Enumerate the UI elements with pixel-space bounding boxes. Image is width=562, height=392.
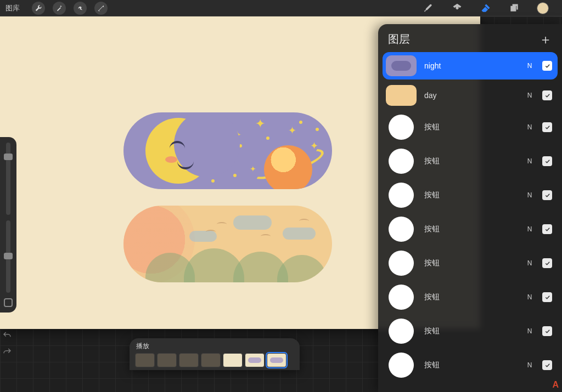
layer-row[interactable]: nightN — [383, 52, 558, 79]
color-picker[interactable] — [537, 2, 549, 14]
undo-redo-group — [2, 331, 12, 359]
modify-button[interactable] — [4, 298, 13, 307]
moon-shape — [145, 118, 211, 184]
layer-visibility-checkbox[interactable] — [542, 61, 552, 71]
cloud-shape — [233, 215, 272, 230]
layer-blend-mode[interactable]: N — [525, 62, 535, 70]
frame-thumb[interactable] — [179, 353, 199, 367]
layers-panel: 图层 ＋ nightNdayN按钮N按钮N按钮N按钮N按钮N按钮N按钮N按钮N — [378, 24, 562, 392]
frame-thumb-active[interactable] — [267, 353, 286, 367]
layers-header: 图层 ＋ — [378, 24, 562, 52]
layer-name[interactable]: 按钮 — [424, 224, 517, 234]
brush-size-slider[interactable] — [6, 143, 10, 215]
layer-thumbnail[interactable] — [389, 251, 414, 276]
gallery-button[interactable]: 图库 — [5, 3, 20, 13]
layer-name[interactable]: 按钮 — [424, 258, 517, 268]
layer-visibility-checkbox[interactable] — [542, 360, 552, 370]
layers-icon[interactable] — [508, 2, 520, 14]
layer-row[interactable]: 按钮N — [383, 247, 558, 279]
layer-row[interactable]: dayN — [383, 82, 558, 109]
layer-thumbnail[interactable] — [389, 319, 414, 344]
layer-visibility-checkbox[interactable] — [542, 326, 552, 336]
layer-row[interactable]: 按钮N — [383, 281, 558, 313]
layer-blend-mode[interactable]: N — [525, 123, 535, 131]
bird-shape — [217, 222, 227, 226]
cloud-shape — [283, 228, 316, 240]
frame-thumb[interactable] — [157, 353, 177, 367]
layer-row[interactable]: 按钮N — [383, 145, 558, 177]
layer-visibility-checkbox[interactable] — [542, 90, 552, 100]
play-label[interactable]: 播放 — [136, 342, 294, 351]
layer-visibility-checkbox[interactable] — [542, 156, 552, 166]
layer-visibility-checkbox[interactable] — [542, 190, 552, 200]
layers-title: 图层 — [388, 32, 410, 47]
layer-row[interactable]: 按钮N — [383, 213, 558, 245]
bird-shape — [206, 230, 216, 234]
bird-shape — [299, 219, 309, 223]
layer-thumbnail[interactable] — [389, 217, 414, 242]
opacity-slider[interactable] — [6, 220, 10, 293]
frame-thumb[interactable] — [135, 353, 155, 367]
side-sliders — [0, 137, 16, 313]
layer-thumbnail[interactable] — [386, 85, 417, 106]
smudge-icon[interactable] — [451, 2, 463, 14]
layer-visibility-checkbox[interactable] — [542, 224, 552, 234]
layer-blend-mode[interactable]: N — [525, 259, 535, 267]
layer-name[interactable]: 按钮 — [424, 156, 517, 166]
layer-thumbnail[interactable] — [389, 285, 414, 310]
layer-row[interactable]: 按钮N — [383, 349, 558, 381]
frame-thumb[interactable] — [245, 353, 265, 367]
frame-thumb[interactable] — [201, 353, 221, 367]
layer-name[interactable]: night — [424, 61, 517, 70]
undo-icon[interactable] — [2, 331, 12, 343]
layer-name[interactable]: 按钮 — [424, 190, 517, 200]
layer-blend-mode[interactable]: N — [525, 191, 535, 199]
layer-name[interactable]: 按钮 — [424, 360, 517, 370]
wrench-icon[interactable] — [32, 2, 45, 15]
layers-list: nightNdayN按钮N按钮N按钮N按钮N按钮N按钮N按钮N按钮N — [378, 52, 562, 392]
layer-thumbnail[interactable] — [389, 353, 414, 378]
layer-blend-mode[interactable]: N — [525, 157, 535, 165]
top-toolbar: 图库 — [0, 0, 562, 16]
layer-name[interactable]: day — [424, 91, 517, 100]
toolbar-right-group — [423, 2, 557, 14]
frames-strip — [135, 353, 294, 367]
layer-row[interactable]: 按钮N — [383, 111, 558, 143]
selection-icon[interactable] — [74, 2, 87, 15]
hills-group — [123, 246, 332, 282]
layer-blend-mode[interactable]: N — [525, 327, 535, 335]
layer-thumbnail[interactable] — [389, 183, 414, 208]
planet-shape — [264, 145, 312, 189]
layer-visibility-checkbox[interactable] — [542, 258, 552, 268]
layer-blend-mode[interactable]: N — [525, 361, 535, 369]
artwork-night-pill: ✦ ✦ ✦ ✦ ✦ ✦ ✦ ✦ — [123, 112, 332, 189]
watermark: A — [552, 380, 559, 390]
redo-icon[interactable] — [2, 347, 12, 359]
move-icon[interactable] — [94, 2, 108, 15]
layer-blend-mode[interactable]: N — [525, 225, 535, 233]
brush-icon[interactable] — [423, 2, 435, 14]
layer-thumbnail[interactable] — [389, 115, 414, 140]
bird-shape — [261, 234, 271, 238]
eraser-icon[interactable] — [480, 2, 492, 14]
layer-thumbnail[interactable] — [386, 55, 417, 76]
frame-thumb[interactable] — [223, 353, 243, 367]
magic-wand-icon[interactable] — [53, 2, 66, 15]
layer-visibility-checkbox[interactable] — [542, 122, 552, 132]
layer-visibility-checkbox[interactable] — [542, 292, 552, 302]
layer-name[interactable]: 按钮 — [424, 122, 517, 132]
layer-thumbnail[interactable] — [389, 149, 414, 174]
toolbar-left-group: 图库 — [5, 2, 108, 15]
artwork-day-pill — [123, 206, 332, 282]
layer-row[interactable]: 按钮N — [383, 179, 558, 211]
layer-name[interactable]: 按钮 — [424, 326, 517, 336]
layer-row[interactable]: 按钮N — [383, 315, 558, 347]
layer-name[interactable]: 按钮 — [424, 292, 517, 302]
add-layer-button[interactable]: ＋ — [539, 33, 552, 46]
animation-timeline: 播放 — [130, 338, 300, 370]
layer-blend-mode[interactable]: N — [525, 293, 535, 301]
layer-blend-mode[interactable]: N — [525, 92, 535, 99]
